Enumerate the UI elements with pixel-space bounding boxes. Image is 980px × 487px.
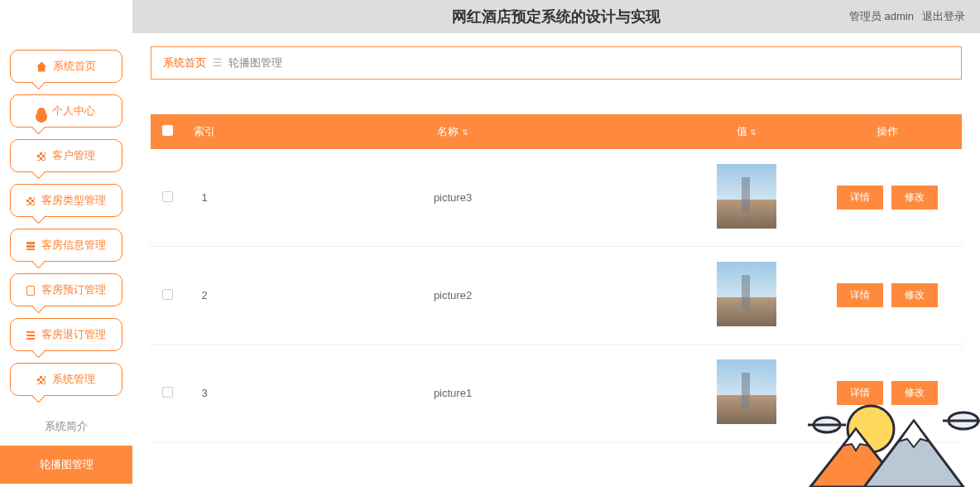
sidebar-item-system[interactable]: 系统管理 [10, 363, 122, 396]
cell-index: 2 [184, 247, 225, 345]
page-title: 网红酒店预定系统的设计与实现 [452, 7, 661, 27]
breadcrumb: 系统首页 ☰ 轮播图管理 [151, 46, 962, 80]
sidebar-item-customers[interactable]: 客户管理 [10, 139, 122, 172]
sidebar-item-label: 客房类型管理 [41, 194, 106, 206]
sidebar-item-profile[interactable]: 个人中心 [10, 94, 122, 128]
col-value[interactable]: 值 ⇅ [680, 114, 813, 149]
sidebar-item-home[interactable]: 系统首页 [10, 50, 122, 83]
sidebar-item-label: 客房预订管理 [41, 283, 106, 296]
table-row: 1 picture3 详情 修改 [151, 149, 962, 247]
select-all-checkbox[interactable] [162, 125, 173, 136]
thumbnail-image[interactable] [717, 262, 776, 326]
row-checkbox[interactable] [162, 191, 173, 202]
list-icon [26, 331, 35, 340]
sidebar-item-cancellations[interactable]: 客房退订管理 [10, 318, 122, 351]
sidebar-item-label: 系统管理 [52, 373, 95, 385]
row-checkbox[interactable] [162, 289, 173, 300]
home-icon [36, 62, 46, 72]
main-content: 系统首页 ☰ 轮播图管理 索引 名称 ⇅ 值 ⇅ 操作 1 picture3 详… [132, 33, 980, 487]
sidebar-item-label: 系统首页 [53, 60, 96, 72]
grid-icon [37, 376, 46, 384]
sort-icon: ⇅ [462, 128, 468, 137]
row-checkbox[interactable] [162, 387, 173, 398]
breadcrumb-current: 轮播图管理 [228, 56, 282, 69]
cell-index: 3 [184, 345, 225, 442]
detail-button[interactable]: 详情 [837, 381, 883, 405]
col-name[interactable]: 名称 ⇅ [225, 114, 680, 149]
grid-icon [26, 197, 35, 205]
sidebar-sub-carousel[interactable]: 轮播图管理 [0, 446, 132, 484]
carousel-table: 索引 名称 ⇅ 值 ⇅ 操作 1 picture3 详情 修改 2 pictur… [151, 114, 962, 441]
thumbnail-image[interactable] [717, 164, 776, 229]
cell-index: 1 [184, 149, 225, 247]
bars-icon [26, 242, 35, 250]
col-checkbox [151, 114, 184, 149]
col-index[interactable]: 索引 [184, 114, 225, 149]
grid-icon [37, 152, 46, 161]
breadcrumb-separator-icon: ☰ [213, 56, 223, 69]
sidebar-sub-label: 系统简介 [45, 420, 88, 432]
edit-button[interactable]: 修改 [891, 186, 938, 210]
sidebar-sub-label: 轮播图管理 [40, 458, 94, 470]
detail-button[interactable]: 详情 [837, 283, 883, 307]
top-header: 网红酒店预定系统的设计与实现 管理员 admin 退出登录 [132, 0, 980, 33]
logout-link[interactable]: 退出登录 [922, 9, 965, 24]
cell-name: picture2 [225, 247, 680, 345]
clipboard-icon [26, 286, 35, 296]
sidebar-item-room-types[interactable]: 客房类型管理 [10, 184, 122, 217]
sidebar-item-label: 客户管理 [52, 149, 95, 162]
edit-button[interactable]: 修改 [891, 283, 938, 307]
sidebar-item-reservations[interactable]: 客房预订管理 [10, 273, 122, 306]
current-user[interactable]: 管理员 admin [849, 9, 914, 24]
col-action: 操作 [813, 114, 962, 149]
cell-name: picture3 [225, 149, 680, 247]
thumbnail-image[interactable] [717, 359, 776, 424]
breadcrumb-home[interactable]: 系统首页 [163, 56, 206, 69]
sidebar-item-room-info[interactable]: 客房信息管理 [10, 229, 122, 262]
table-row: 2 picture2 详情 修改 [151, 247, 962, 345]
edit-button[interactable]: 修改 [891, 381, 938, 405]
user-icon [37, 108, 46, 116]
sidebar: 系统首页 个人中心 客户管理 客房类型管理 客房信息管理 客房预订管理 客房退订… [0, 33, 132, 487]
sidebar-item-label: 客房退订管理 [41, 328, 106, 340]
sort-icon: ⇅ [750, 128, 757, 137]
sidebar-sub-intro[interactable]: 系统简介 [0, 407, 132, 446]
sidebar-item-label: 客房信息管理 [41, 239, 106, 251]
sidebar-item-label: 个人中心 [52, 104, 95, 117]
cell-name: picture1 [225, 345, 680, 442]
table-row: 3 picture1 详情 修改 [151, 345, 962, 442]
detail-button[interactable]: 详情 [837, 186, 883, 210]
